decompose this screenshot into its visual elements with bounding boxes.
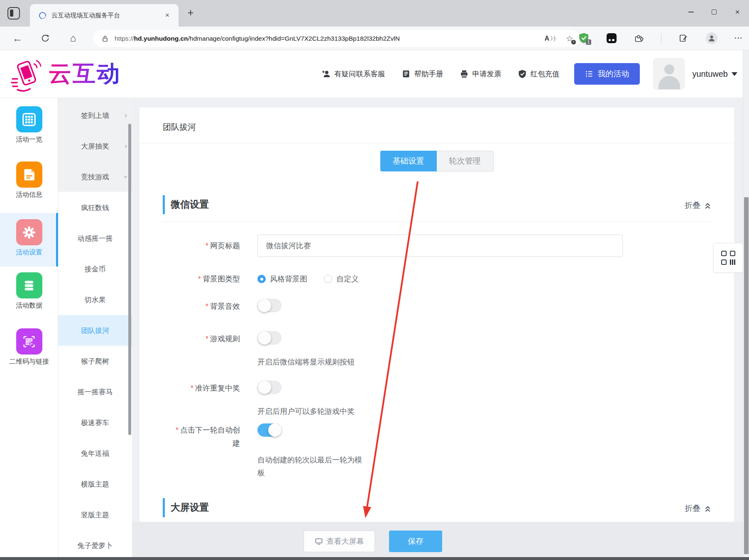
- primary-sidebar: 活动一览 活动信息 活动设置 活动数据: [0, 98, 58, 560]
- tab-round-management[interactable]: 轮次管理: [437, 151, 494, 171]
- user-avatar[interactable]: [653, 58, 685, 90]
- my-activities-button[interactable]: 我的活动: [574, 63, 640, 85]
- sidebar-item-activity-info[interactable]: 活动信息: [0, 158, 58, 209]
- submenu-scrollbar[interactable]: [128, 124, 131, 435]
- submenu-item-horizontal-theme[interactable]: 横版主题: [58, 469, 132, 499]
- profile-icon[interactable]: [706, 32, 717, 44]
- action-footer: 查看大屏幕 保存: [132, 522, 749, 560]
- auto-create-helper-text: 自动创建的轮次以最后一轮为模板: [257, 454, 366, 479]
- game-rules-toggle[interactable]: [257, 331, 281, 345]
- header-nav: 有疑问联系客服 帮助手册 申请发票 红包充值: [322, 69, 560, 79]
- nav-request-invoice[interactable]: 申请发票: [460, 69, 501, 79]
- back-icon[interactable]: ←: [8, 27, 27, 50]
- window-bottom-edge: [0, 557, 749, 560]
- logo-text: 云互动: [49, 59, 121, 89]
- sidebar-item-activity-settings[interactable]: 活动设置: [0, 213, 58, 267]
- settings-more-icon[interactable]: ···: [734, 34, 743, 42]
- field-label-repeat-win: *准许重复中奖: [163, 381, 240, 396]
- gear-icon: [16, 219, 42, 245]
- web-title-input[interactable]: 微信拔河比赛: [257, 235, 623, 257]
- submenu-item-horse-race[interactable]: 摇一摇赛马: [58, 377, 132, 407]
- window-close-button[interactable]: ×: [726, 0, 749, 24]
- address-bar[interactable]: https://hd.yunhudong.cn/hdmanage/configt…: [93, 30, 580, 47]
- sidebar-item-qrcode-links[interactable]: 二维码与链接: [0, 325, 58, 376]
- database-icon: [16, 272, 42, 298]
- caret-down-icon: [732, 72, 737, 76]
- wechat-settings-form: *网页标题 微信拔河比赛 *背景图类型 风格背景图 自定义: [163, 235, 711, 498]
- collapse-link[interactable]: 折叠: [685, 503, 711, 514]
- sidebar-item-activity-data[interactable]: 活动数据: [0, 269, 58, 320]
- double-chevron-up-icon: [705, 505, 711, 512]
- nav-contact-support[interactable]: 有疑问联系客服: [322, 69, 385, 79]
- settings-card: 团队拔河 基础设置 轮次管理 微信设置 折叠 *网页标题: [140, 108, 734, 522]
- bg-sound-toggle[interactable]: [257, 299, 281, 312]
- page-scrollbar-thumb[interactable]: [744, 197, 749, 554]
- submenu-item-shake[interactable]: 动感摇一摇: [58, 223, 132, 254]
- submenu-item-monkey-climb[interactable]: 猴子爬树: [58, 346, 132, 377]
- auto-create-toggle[interactable]: [257, 423, 281, 437]
- logo-phone-hand-icon: [7, 56, 47, 92]
- window-minimize-button[interactable]: [679, 0, 702, 24]
- save-button[interactable]: 保存: [389, 531, 442, 552]
- submenu-item-vertical-theme[interactable]: 竖版主题: [58, 499, 132, 530]
- nav-redpacket-topup[interactable]: 红包充值: [518, 69, 559, 79]
- tab-basic-settings[interactable]: 基础设置: [380, 151, 437, 171]
- nav-help-manual[interactable]: 帮助手册: [401, 69, 443, 79]
- tab-title: 云互动现场互动服务平台: [51, 12, 164, 20]
- browser-toolbar: ← ⌂ https://hd.yunhudong.cn/hdmanage/con…: [0, 27, 749, 50]
- grid-icon: [16, 106, 42, 132]
- favorite-star-icon[interactable]: ☆+: [566, 34, 573, 44]
- game-rules-helper-text: 开启后微信端将显示规则按钮: [257, 356, 355, 369]
- page-title: 团队拔河: [140, 108, 734, 143]
- sidebar-item-activity-overview[interactable]: 活动一览: [0, 103, 58, 154]
- ordered-list-icon: [585, 70, 593, 78]
- new-tab-button[interactable]: +: [184, 7, 197, 19]
- submenu-item-screen-lottery[interactable]: 大屏抽奖›: [58, 131, 132, 161]
- home-icon[interactable]: ⌂: [64, 27, 82, 50]
- submenu-item-rabbit-carrot[interactable]: 兔子爱萝卜: [58, 530, 132, 560]
- browser-tab[interactable]: 云互动现场互动服务平台 ×: [30, 4, 179, 27]
- window-maximize-button[interactable]: [702, 0, 726, 24]
- tab-close-icon[interactable]: ×: [164, 11, 171, 20]
- refresh-icon[interactable]: [36, 27, 54, 50]
- chevron-right-icon: ›: [125, 111, 127, 120]
- main-content: 团队拔河 基础设置 轮次管理 微信设置 折叠 *网页标题: [132, 98, 749, 560]
- submenu-item-rabbit-blessing[interactable]: 兔年送福: [58, 438, 132, 469]
- field-label-bg-sound: *背景音效: [163, 299, 240, 314]
- radio-custom-background[interactable]: [324, 275, 332, 283]
- field-label-auto-create: *点击下一轮自动创建: [163, 423, 240, 450]
- collapse-link[interactable]: 折叠: [685, 200, 711, 211]
- manual-icon: [401, 69, 411, 78]
- field-label-game-rules: *游戏规则: [163, 331, 240, 346]
- collections-icon[interactable]: [678, 33, 688, 43]
- app-header: 云互动 有疑问联系客服 帮助手册 申请发票 红包充值 我的活动: [0, 50, 749, 98]
- adblock-extension-icon[interactable]: [607, 33, 617, 43]
- tracking-shield-icon[interactable]: 1: [578, 32, 589, 44]
- shield-badge: 1: [586, 39, 591, 45]
- document-icon: [16, 161, 42, 188]
- radio-style-background[interactable]: [257, 275, 266, 283]
- layout-widget-button[interactable]: [713, 243, 743, 273]
- read-aloud-icon[interactable]: A: [545, 35, 556, 42]
- page-scrollbar[interactable]: [743, 50, 749, 557]
- secondary-sidebar: 签到上墙› 大屏抽奖› 竞技游戏› 疯狂数钱 动感摇一摇 接金币 切水果 团队拔…: [58, 98, 132, 560]
- extensions-puzzle-icon[interactable]: [634, 33, 644, 43]
- shield-check-icon: [518, 69, 527, 78]
- submenu-item-signin-wall[interactable]: 签到上墙›: [58, 100, 132, 131]
- submenu-item-catch-coins[interactable]: 接金币: [58, 254, 132, 284]
- section-title: 微信设置: [171, 198, 209, 211]
- user-menu[interactable]: yuntuweb: [692, 69, 737, 79]
- submenu-item-crazy-money[interactable]: 疯狂数钱: [58, 192, 132, 223]
- double-chevron-up-icon: [705, 202, 711, 209]
- submenu-item-team-tugofwar[interactable]: 团队拔河: [58, 315, 132, 346]
- workspaces-icon[interactable]: [7, 7, 20, 20]
- wechat-settings-section-header: 微信设置 折叠: [163, 195, 711, 222]
- submenu-item-fruit-cut[interactable]: 切水果: [58, 284, 132, 315]
- section-accent-bar: [163, 195, 165, 214]
- submenu-item-speed-race[interactable]: 极速赛车: [58, 407, 132, 438]
- repeat-win-toggle[interactable]: [257, 381, 281, 394]
- section-accent-bar: [163, 498, 165, 517]
- submenu-item-competitive-games[interactable]: 竞技游戏›: [58, 161, 132, 192]
- app-logo[interactable]: 云互动: [7, 56, 121, 92]
- view-big-screen-button[interactable]: 查看大屏幕: [304, 531, 375, 552]
